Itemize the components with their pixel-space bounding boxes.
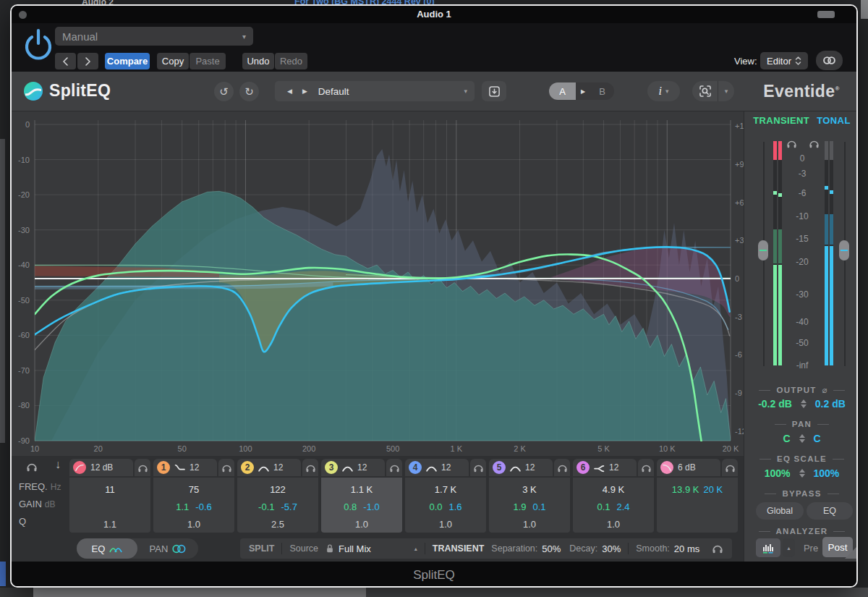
bypass-eq-button[interactable]: EQ [807, 502, 853, 520]
band-pill[interactable]: 12 dB [69, 459, 133, 476]
band-q-cell[interactable]: 1.0 [489, 519, 570, 530]
next-setting-button[interactable] [77, 53, 98, 69]
band-slope-value[interactable]: 12 [441, 462, 451, 473]
band-q-cell[interactable]: 2.5 [237, 519, 318, 530]
band-column[interactable]: 122 -0.1-5.7 2.5 [237, 478, 318, 533]
band-pill[interactable]: 3 12 [321, 459, 385, 476]
window-widget[interactable] [817, 11, 835, 18]
band-column[interactable]: 4.9 K 0.12.4 1.0 [573, 478, 654, 533]
save-preset-button[interactable] [482, 81, 506, 101]
band-handle[interactable]: 3 [325, 461, 338, 474]
band-pill[interactable]: 4 12 [405, 459, 469, 476]
band-gain-transient[interactable]: 0.8 [344, 501, 357, 512]
redo-icon-button[interactable]: ↻ [239, 82, 259, 101]
lock-icon[interactable] [326, 543, 334, 554]
preset-prev-icon[interactable]: ◀ [282, 88, 297, 95]
output-tonal-value[interactable]: 0.2 dB [815, 398, 846, 410]
band-freq-value[interactable]: 1.1 K [351, 484, 373, 495]
band-slope-value[interactable]: 6 dB [678, 462, 696, 473]
band-q-value[interactable]: 1.0 [607, 519, 620, 530]
band-freq-tonal[interactable]: 20 K [703, 484, 723, 495]
pan-view-tab[interactable]: PAN [137, 538, 198, 559]
band-handle[interactable]: 2 [241, 461, 254, 474]
analyzer-up-button[interactable]: ▲ [783, 538, 795, 557]
band-gain-tonal[interactable]: -1.0 [363, 501, 379, 512]
band-slope-value[interactable]: 12 [357, 462, 367, 473]
source-dropdown-icon[interactable]: ▴ [414, 546, 417, 552]
ab-b-button[interactable]: B [590, 82, 614, 100]
output-stepper[interactable] [801, 399, 807, 408]
band-q-cell[interactable]: 1.1 [69, 519, 150, 530]
band-column[interactable]: 3 K 1.90.1 1.0 [489, 478, 570, 533]
band-q-value[interactable]: 2.5 [271, 519, 284, 530]
band-freq-value[interactable]: 75 [189, 484, 199, 495]
analyzer-display-button[interactable] [756, 538, 780, 557]
band-slope-value[interactable]: 12 [273, 462, 283, 473]
output-transient-value[interactable]: -0.2 dB [758, 398, 792, 410]
pan-tonal-value[interactable]: C [814, 433, 821, 444]
band-column[interactable]: 75 1.1-0.6 1.0 [153, 478, 234, 533]
band-listen-button[interactable] [638, 459, 654, 476]
band-gain-tonal[interactable]: -5.7 [281, 501, 297, 512]
band-pill[interactable]: 5 12 [489, 459, 553, 476]
band-gain-cell[interactable]: -0.1-5.7 [237, 501, 318, 512]
band-gain-transient[interactable]: 0.1 [597, 501, 610, 512]
band-listen-button[interactable] [722, 459, 738, 476]
bypass-global-button[interactable]: Global [756, 502, 804, 520]
band-freq-cell[interactable]: 1.1 K [321, 484, 402, 495]
band-gain-transient[interactable]: 1.1 [176, 501, 189, 512]
band-listen-button[interactable] [302, 459, 318, 476]
separation-value[interactable]: 50% [542, 543, 561, 554]
band-freq-cell[interactable]: 13.9 K20 K [657, 484, 738, 495]
band-freq-transient[interactable]: 13.9 K [672, 484, 699, 495]
band-pill[interactable]: 2 12 [237, 459, 301, 476]
band-pill[interactable]: 6 dB [657, 459, 720, 476]
band-q-cell[interactable]: 1.0 [321, 519, 402, 530]
preset-next-icon[interactable]: ▶ [297, 88, 312, 95]
band-slope-value[interactable]: 12 dB [90, 462, 113, 473]
pan-stepper[interactable] [799, 434, 805, 443]
band-listen-button[interactable] [218, 459, 234, 476]
band-freq-value[interactable]: 3 K [522, 484, 537, 495]
band-slope-value[interactable]: 12 [525, 462, 535, 473]
compare-button[interactable]: Compare [105, 53, 150, 69]
phase-invert-icon[interactable]: ⌀ [822, 385, 827, 395]
preset-bar[interactable]: ◀ ▶ Default ▾ [275, 81, 475, 101]
prev-setting-button[interactable] [55, 53, 76, 69]
power-icon[interactable] [22, 27, 55, 64]
band-freq-value[interactable]: 11 [105, 484, 115, 495]
eq-scale-tonal-value[interactable]: 100% [814, 467, 840, 479]
band-column[interactable]: 1.1 K 0.8-1.0 1.0 [321, 478, 402, 533]
view-select[interactable]: Editor [760, 52, 808, 69]
band-gain-cell[interactable]: 0.12.4 [573, 501, 654, 512]
link-button[interactable] [816, 51, 843, 70]
band-column[interactable]: 13.9 K20 K [657, 478, 738, 533]
zoom-dropdown-icon[interactable]: ▾ [718, 81, 734, 101]
ab-a-button[interactable]: A [549, 82, 576, 100]
undo-icon-button[interactable]: ↺ [214, 82, 234, 101]
band-q-value[interactable]: 1.0 [355, 519, 368, 530]
copy-button[interactable]: Copy [157, 53, 189, 69]
band-handle[interactable]: 1 [157, 461, 170, 474]
band-slope-value[interactable]: 12 [609, 462, 618, 473]
band-column[interactable]: 1.7 K 0.01.6 1.0 [405, 478, 486, 533]
pan-transient-value[interactable]: C [783, 433, 790, 444]
info-button[interactable]: i ▾ [647, 81, 680, 101]
redo-button[interactable]: Redo [275, 53, 307, 69]
preset-dropdown-icon[interactable]: ▾ [464, 88, 467, 95]
band-q-value[interactable]: 1.1 [103, 519, 116, 530]
band-listen-button[interactable] [386, 459, 402, 476]
eq-scale-stepper[interactable] [799, 469, 805, 478]
eq-view-tab[interactable]: EQ [77, 538, 137, 559]
band-gain-cell[interactable]: 1.1-0.6 [153, 501, 234, 512]
band-handle[interactable]: 4 [409, 461, 422, 474]
collapse-arrow-icon[interactable]: ↓ [55, 458, 61, 471]
global-listen-headphone-icon[interactable] [26, 462, 38, 472]
band-gain-cell[interactable]: 1.90.1 [489, 501, 570, 512]
decay-value[interactable]: 30% [602, 543, 621, 554]
band-gain-tonal[interactable]: -0.6 [195, 501, 211, 512]
band-column[interactable]: 11 1.1 [69, 478, 150, 533]
band-freq-value[interactable]: 1.7 K [435, 484, 456, 495]
band-gain-cell[interactable] [69, 501, 150, 512]
band-listen-button[interactable] [135, 459, 150, 476]
